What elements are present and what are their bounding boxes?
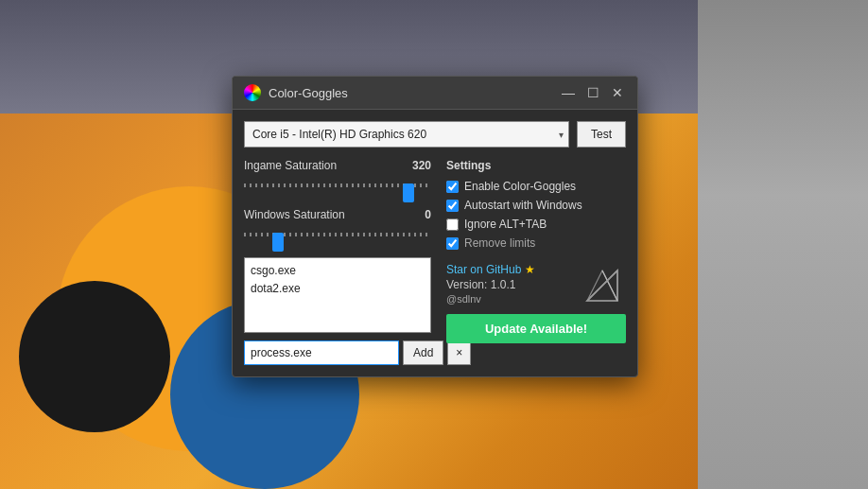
enable-checkbox[interactable] bbox=[446, 181, 459, 193]
checkbox-autostart: Autostart with Windows bbox=[446, 199, 626, 212]
windows-saturation-label-row: Windows Saturation 0 bbox=[244, 208, 431, 221]
minimize-button[interactable]: — bbox=[560, 84, 577, 101]
list-item: dota2.exe bbox=[251, 280, 425, 298]
settings-title: Settings bbox=[446, 159, 626, 172]
windows-saturation-track[interactable] bbox=[244, 225, 431, 244]
test-button[interactable]: Test bbox=[577, 121, 626, 148]
ingame-saturation-label: Ingame Saturation bbox=[244, 159, 337, 172]
ingame-saturation-value: 320 bbox=[412, 159, 431, 172]
remove-limits-checkbox[interactable] bbox=[446, 237, 459, 250]
gpu-select-wrap: Core i5 - Intel(R) HD Graphics 620 ▾ bbox=[244, 121, 569, 148]
ingame-saturation-thumb[interactable] bbox=[403, 183, 414, 202]
window-body: Core i5 - Intel(R) HD Graphics 620 ▾ Tes… bbox=[233, 110, 637, 376]
main-content: Ingame Saturation 320 Windows Saturation… bbox=[244, 159, 626, 365]
info-block: Star on GitHub ★ Version: 1.0.1 @sdlnv bbox=[446, 263, 535, 305]
version-line: Version: 1.0.1 bbox=[446, 278, 535, 291]
github-section: Star on GitHub ★ Version: 1.0.1 @sdlnv bbox=[446, 263, 626, 305]
star-icon: ★ bbox=[525, 263, 535, 276]
window-controls: — ☐ ✕ bbox=[560, 84, 626, 101]
ignore-alt-checkbox[interactable] bbox=[446, 218, 459, 231]
github-link[interactable]: Star on GitHub ★ bbox=[446, 263, 535, 276]
enable-label: Enable Color-Goggles bbox=[464, 180, 576, 193]
app-window: Color-Goggles — ☐ ✕ Core i5 - Intel(R) H… bbox=[232, 76, 638, 377]
titlebar: Color-Goggles — ☐ ✕ bbox=[233, 77, 637, 110]
windows-saturation-bg bbox=[244, 233, 431, 236]
sd-logo-icon bbox=[579, 267, 626, 305]
app-icon bbox=[244, 84, 261, 101]
autostart-checkbox[interactable] bbox=[446, 200, 459, 212]
svg-line-2 bbox=[602, 271, 617, 301]
bg-wall-right bbox=[698, 0, 868, 489]
autostart-label: Autostart with Windows bbox=[464, 199, 582, 212]
gpu-select[interactable]: Core i5 - Intel(R) HD Graphics 620 bbox=[244, 121, 569, 148]
windows-saturation-label: Windows Saturation bbox=[244, 208, 345, 221]
windows-saturation-thumb[interactable] bbox=[272, 233, 284, 252]
close-button[interactable]: ✕ bbox=[609, 84, 626, 101]
remove-limits-label: Remove limits bbox=[464, 236, 535, 250]
ingame-saturation-track[interactable] bbox=[244, 176, 431, 195]
gpu-row: Core i5 - Intel(R) HD Graphics 620 ▾ Tes… bbox=[244, 121, 626, 148]
checkbox-remove-limits: Remove limits bbox=[446, 236, 626, 250]
process-list: csgo.exe dota2.exe bbox=[244, 257, 431, 333]
checkbox-ignore-alt: Ignore ALT+TAB bbox=[446, 218, 626, 231]
checkbox-enable: Enable Color-Goggles bbox=[446, 180, 626, 193]
right-column: Settings Enable Color-Goggles Autostart … bbox=[446, 159, 626, 365]
add-button[interactable]: Add bbox=[403, 341, 443, 365]
maximize-button[interactable]: ☐ bbox=[584, 84, 601, 101]
list-item: csgo.exe bbox=[251, 262, 425, 280]
ignore-alt-label: Ignore ALT+TAB bbox=[464, 218, 547, 231]
github-label: Star on GitHub bbox=[446, 263, 521, 276]
author-text: @sdlnv bbox=[446, 293, 535, 305]
svg-line-3 bbox=[587, 271, 617, 301]
ingame-saturation-label-row: Ingame Saturation 320 bbox=[244, 159, 431, 172]
logo-area bbox=[579, 267, 626, 305]
update-button[interactable]: Update Available! bbox=[446, 314, 626, 343]
windows-saturation-value: 0 bbox=[425, 208, 431, 221]
bg-circle-dark bbox=[19, 281, 170, 432]
left-column: Ingame Saturation 320 Windows Saturation… bbox=[244, 159, 431, 365]
ingame-saturation-bg bbox=[244, 183, 431, 187]
process-input[interactable] bbox=[244, 341, 399, 365]
windows-saturation-section: Windows Saturation 0 bbox=[244, 208, 431, 244]
add-process-row: Add × bbox=[244, 341, 431, 365]
ingame-saturation-section: Ingame Saturation 320 bbox=[244, 159, 431, 195]
window-title: Color-Goggles bbox=[269, 86, 552, 100]
